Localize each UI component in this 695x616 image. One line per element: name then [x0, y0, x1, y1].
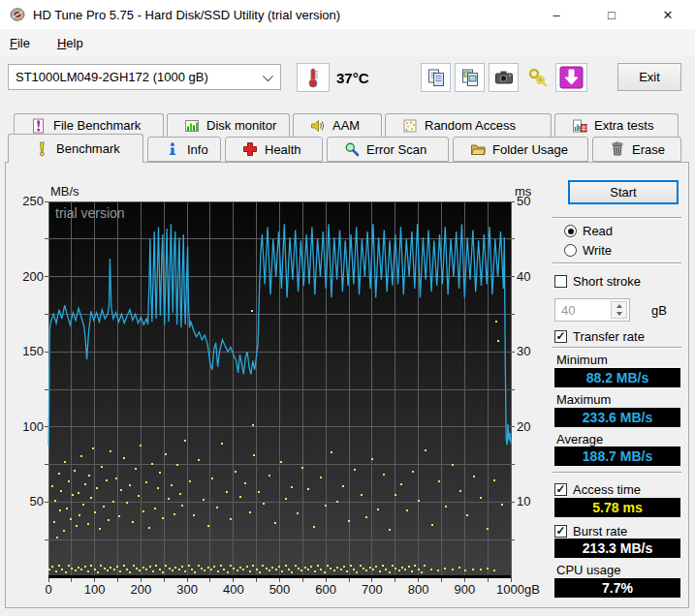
access-time-label: Access time: [573, 482, 641, 497]
tab-label: Benchmark: [56, 141, 120, 156]
copy-text-button[interactable]: [421, 63, 451, 92]
thermometer-icon: [304, 67, 322, 88]
tab-random-access[interactable]: Random Access: [385, 113, 552, 137]
tab-label: Erase: [632, 142, 665, 157]
transfer-rate-checkbox[interactable]: Transfer rate: [554, 329, 645, 344]
health-cross-icon: [242, 141, 258, 157]
short-stroke-size-value: 40: [561, 303, 575, 318]
access-time-checkbox[interactable]: Access time: [554, 482, 641, 497]
checkbox-unchecked-icon: [554, 275, 567, 288]
tab-label: Info: [187, 142, 208, 157]
start-button[interactable]: Start: [568, 180, 679, 204]
save-results-button[interactable]: [555, 63, 587, 92]
copy-image-button[interactable]: [455, 63, 485, 92]
axis-tick-label: 250: [12, 194, 44, 208]
disk-monitor-icon: [184, 118, 200, 134]
hd-tune-logo-icon: [10, 7, 25, 22]
average-label: Average: [556, 432, 603, 447]
radio-selected-icon: [564, 225, 577, 237]
read-radio-label: Read: [583, 224, 613, 238]
tab-folder-usage[interactable]: Folder Usage: [453, 137, 588, 162]
title-bar: HD Tune Pro 5.75 - Hard Disk/SSD Utility…: [0, 0, 695, 29]
tab-label: Disk monitor: [206, 118, 276, 133]
axis-tick-label: 10: [517, 494, 530, 508]
aam-speaker-icon: [310, 118, 326, 134]
separator: [553, 217, 681, 219]
burst-rate-label: Burst rate: [573, 524, 627, 539]
tab-label: Health: [265, 142, 301, 157]
registration-keys-icon: [527, 67, 549, 88]
axis-tick-label: 50: [12, 494, 44, 508]
info-icon: [165, 141, 180, 157]
menu-file[interactable]: File: [0, 32, 40, 54]
tab-disk-monitor[interactable]: Disk monitor: [167, 113, 290, 137]
save-download-icon: [559, 66, 584, 89]
axis-tick-label: 400: [214, 582, 253, 597]
axis-tick-label: 700: [353, 582, 392, 597]
tab-info[interactable]: Info: [147, 137, 221, 162]
write-radio[interactable]: Write: [564, 243, 612, 258]
minimum-label: Minimum: [556, 353, 608, 367]
axis-tick-label: 300: [168, 582, 206, 597]
maximize-button[interactable]: □: [589, 0, 634, 29]
access-time-value: 5.78 ms: [554, 498, 680, 517]
axis-tick-label: 600: [306, 582, 345, 597]
tab-benchmark[interactable]: Benchmark: [8, 134, 143, 163]
separator: [553, 262, 681, 264]
checkbox-checked-icon: [554, 330, 567, 343]
short-stroke-unit-label: gB: [651, 303, 667, 318]
tab-health[interactable]: Health: [225, 137, 323, 162]
short-stroke-label: Short stroke: [573, 274, 641, 289]
stepper-down-icon[interactable]: [612, 310, 626, 318]
minimum-value: 88.2 MB/s: [554, 368, 680, 387]
extra-tests-icon: [572, 118, 587, 134]
axis-tick-label: 150: [12, 344, 44, 358]
tab-error-scan[interactable]: Error Scan: [327, 137, 449, 162]
close-button[interactable]: ✕: [646, 0, 690, 29]
axis-tick-label: 200: [12, 269, 44, 284]
checkbox-checked-icon: [554, 483, 567, 496]
trial-watermark: trial version: [55, 205, 125, 221]
screenshot-camera-icon: [494, 68, 514, 87]
axis-tick-label: 500: [261, 582, 300, 597]
short-stroke-size-stepper[interactable]: 40: [554, 298, 630, 322]
axis-tick-label: 50: [517, 194, 530, 208]
separator: [553, 472, 681, 474]
axis-tick-label: 20: [517, 419, 530, 434]
screenshot-button[interactable]: [489, 63, 519, 92]
minimize-button[interactable]: –: [534, 0, 579, 29]
maximum-label: Maximum: [556, 392, 611, 407]
tab-erase[interactable]: Erase: [592, 137, 681, 162]
burst-rate-checkbox[interactable]: Burst rate: [554, 524, 627, 539]
tab-label: AAM: [332, 118, 360, 133]
random-access-icon: [402, 118, 418, 134]
folder-usage-icon: [470, 141, 486, 157]
window-title: HD Tune Pro 5.75 - Hard Disk/SSD Utility…: [33, 8, 340, 22]
tab-aam[interactable]: AAM: [293, 113, 382, 137]
write-radio-label: Write: [583, 243, 612, 258]
short-stroke-checkbox[interactable]: Short stroke: [554, 274, 641, 289]
drive-select-value: ST1000LM049-2GH172 (1000 gB): [16, 70, 208, 84]
tab-label: Error Scan: [366, 142, 426, 157]
menu-help[interactable]: Help: [47, 32, 93, 54]
axis-tick-label: 900: [445, 582, 484, 597]
stepper-up-icon[interactable]: [612, 302, 626, 310]
benchmark-chart: [45, 201, 515, 583]
drive-select[interactable]: ST1000LM049-2GH172 (1000 gB): [8, 64, 281, 90]
tab-extra-tests[interactable]: Extra tests: [554, 113, 679, 137]
checkbox-checked-icon: [554, 525, 567, 538]
read-radio[interactable]: Read: [564, 224, 613, 238]
temperature-button[interactable]: [297, 63, 330, 92]
cpu-usage-value: 7.7%: [554, 578, 680, 598]
temperature-value: 37°C: [336, 70, 369, 86]
axis-tick-label: 40: [517, 269, 530, 284]
exit-button[interactable]: Exit: [617, 63, 681, 91]
separator: [553, 347, 681, 349]
stepper-buttons[interactable]: [611, 301, 627, 319]
menu-bar: File Help: [0, 29, 695, 56]
copy-image-icon: [460, 68, 480, 87]
erase-trash-icon: [610, 141, 625, 157]
file-benchmark-icon: [31, 118, 47, 134]
registration-button[interactable]: [522, 63, 553, 92]
transfer-rate-label: Transfer rate: [573, 329, 645, 344]
